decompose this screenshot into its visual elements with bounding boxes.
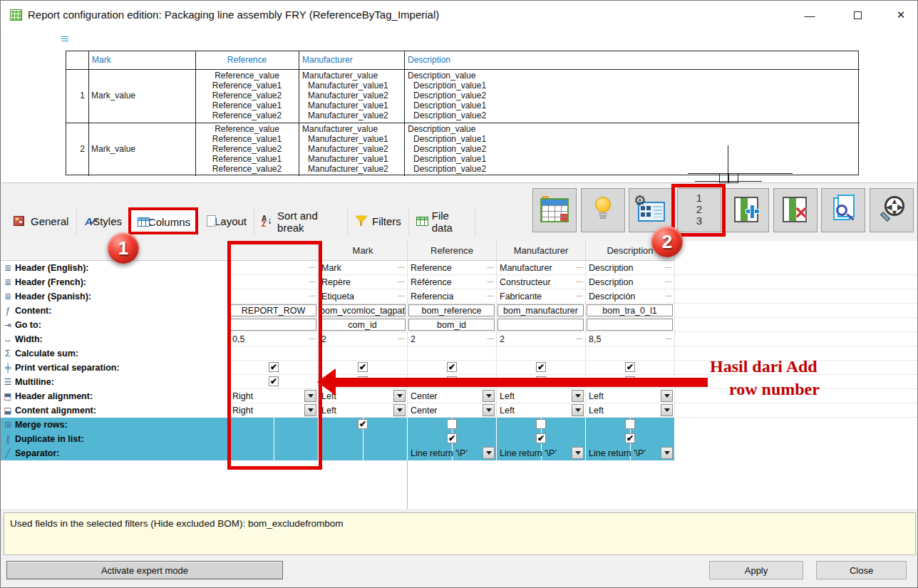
grid-cell[interactable]: bom_manufacturer (497, 304, 586, 318)
tab-file-data[interactable]: File data (409, 207, 475, 235)
grid-cell[interactable]: Line return '\P' (586, 446, 675, 460)
grid-cell[interactable]: ✔ (586, 361, 675, 375)
grid-cell[interactable] (497, 318, 586, 332)
checkbox-checked[interactable]: ✔ (536, 433, 546, 443)
cell-input[interactable] (587, 319, 673, 331)
dropdown-button[interactable] (572, 390, 584, 402)
ellipsis-button[interactable]: … (487, 333, 494, 341)
ellipsis-button[interactable]: … (576, 290, 583, 298)
grid-cell[interactable] (319, 346, 408, 361)
ellipsis-button[interactable]: … (665, 262, 672, 269)
grid-cell[interactable]: Fabricante… (497, 289, 586, 304)
maximize-button[interactable] (841, 1, 874, 29)
grid-cell[interactable]: bom_tra_0_l1 (586, 304, 675, 318)
grid-cell[interactable] (586, 346, 675, 361)
grid-cell[interactable]: Referencia… (408, 289, 497, 304)
ellipsis-button[interactable]: … (398, 276, 405, 284)
grid-cell[interactable]: Left (586, 389, 675, 403)
checkbox-unchecked[interactable] (447, 419, 457, 429)
grid-cell[interactable]: Repère… (319, 275, 408, 289)
grid-cell[interactable] (497, 418, 586, 432)
checkbox-checked[interactable]: ✔ (358, 362, 368, 372)
dropdown-button[interactable] (661, 404, 673, 416)
grid-cell[interactable]: Left (319, 403, 408, 418)
dropdown-button[interactable] (572, 404, 584, 416)
cell-input[interactable]: bom_tra_0_l1 (587, 304, 673, 316)
grid-cell[interactable]: Constructeur… (497, 275, 586, 289)
ellipsis-button[interactable]: … (665, 290, 672, 298)
dropdown-button[interactable] (661, 447, 673, 459)
ellipsis-button[interactable]: … (665, 276, 672, 284)
ellipsis-button[interactable]: … (398, 333, 405, 341)
grid-cell[interactable]: ✔ (408, 432, 497, 446)
grid-cell[interactable] (408, 346, 497, 361)
grid-cell[interactable]: ✔ (497, 432, 586, 446)
cell-input[interactable]: bom_manufacturer (497, 304, 584, 316)
dropdown-button[interactable] (572, 447, 584, 459)
ellipsis-button[interactable]: … (487, 276, 494, 284)
grid-cell[interactable]: Line return '\P' (497, 446, 586, 460)
close-window-button[interactable]: ✕ (885, 1, 917, 29)
tab-layout[interactable]: Layout (198, 207, 254, 235)
activate-expert-mode-button[interactable]: Activate expert mode (6, 561, 283, 579)
ellipsis-button[interactable]: … (576, 276, 583, 284)
grid-cell[interactable]: bom_vcomloc_tagpat (319, 304, 408, 318)
checkbox-checked[interactable]: ✔ (625, 433, 635, 443)
dropdown-button[interactable] (483, 404, 495, 416)
tab-general[interactable]: General (6, 207, 77, 235)
grid-cell[interactable]: ✔ (408, 361, 497, 375)
grid-cell[interactable]: Descripción… (586, 289, 675, 304)
ellipsis-button[interactable]: … (576, 262, 583, 269)
apply-button[interactable]: Apply (709, 561, 803, 579)
grid-cell[interactable]: ✔ (497, 361, 586, 375)
delete-column-button[interactable]: ✕ (773, 188, 818, 232)
grid-cell[interactable]: Etiqueta… (319, 289, 408, 304)
dropdown-button[interactable] (661, 390, 673, 402)
ellipsis-button[interactable]: … (487, 262, 494, 269)
cell-input[interactable]: bom_vcomloc_tagpat (319, 304, 406, 316)
add-column-button[interactable] (725, 188, 769, 232)
ellipsis-button[interactable]: … (576, 333, 583, 341)
checkbox-checked[interactable]: ✔ (625, 362, 635, 372)
checkbox-unchecked[interactable] (536, 419, 546, 429)
grid-cell[interactable]: Reference… (408, 261, 497, 275)
grid-cell[interactable] (586, 418, 675, 432)
report-table-button[interactable] (532, 188, 577, 232)
dropdown-button[interactable] (483, 390, 495, 402)
cell-input[interactable]: bom_id (408, 319, 495, 331)
dropdown-button[interactable] (393, 390, 406, 402)
ellipsis-button[interactable]: … (665, 333, 672, 341)
grid-cell[interactable]: bom_reference (408, 304, 497, 318)
ellipsis-button[interactable]: … (398, 262, 405, 269)
grid-cell[interactable] (319, 446, 408, 460)
grid-cell[interactable]: Référence… (408, 275, 497, 289)
grid-cell[interactable]: ✔ (319, 418, 408, 432)
grid-cell[interactable]: Center (408, 389, 497, 403)
dropdown-button[interactable] (483, 447, 495, 459)
grid-cell[interactable]: 8,5… (586, 332, 675, 346)
checkbox-unchecked[interactable] (625, 419, 635, 429)
grid-cell[interactable]: Manufacturer… (497, 261, 586, 275)
cell-input[interactable]: com_id (319, 319, 406, 331)
grid-cell[interactable]: ✔ (586, 432, 675, 446)
grid-cell[interactable]: Center (408, 403, 497, 418)
grid-cell[interactable]: Mark… (319, 261, 408, 275)
print-preview-button[interactable] (821, 188, 865, 232)
grid-cell[interactable]: bom_id (408, 318, 497, 332)
close-button[interactable]: Close (816, 561, 907, 579)
grid-cell[interactable]: Left (497, 389, 586, 403)
checkbox-checked[interactable]: ✔ (536, 362, 546, 372)
grid-cell[interactable]: com_id (319, 318, 408, 332)
grid-cell[interactable] (319, 432, 408, 446)
checkbox-checked[interactable]: ✔ (447, 433, 457, 443)
pan-zoom-button[interactable]: ▲▼◀▶ (870, 188, 914, 232)
grid-cell[interactable] (497, 346, 586, 361)
grid-cell[interactable]: Description… (586, 261, 675, 275)
grid-column-header-reference[interactable]: Reference (408, 241, 497, 261)
grid-cell[interactable]: 2… (319, 332, 408, 346)
ellipsis-button[interactable]: … (487, 290, 494, 298)
grid-column-header-mark[interactable]: Mark (319, 241, 408, 261)
checkbox-checked[interactable]: ✔ (447, 362, 457, 372)
grid-cell[interactable]: Left (586, 403, 675, 418)
tip-button[interactable] (581, 188, 625, 232)
